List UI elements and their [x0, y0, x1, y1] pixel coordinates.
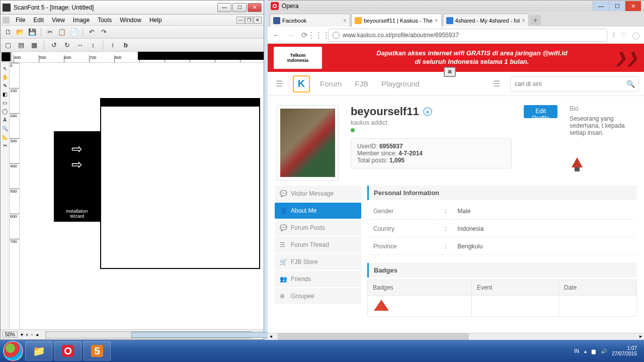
taskbar-explorer[interactable]: 📁 [25, 341, 52, 360]
new-icon[interactable]: 🗋 [4, 28, 13, 37]
personal-info-table: Gender:Male Country:Indonesia Province:B… [367, 202, 637, 256]
rotate-ccw-icon[interactable]: ↺ [49, 41, 58, 50]
scroll-left-icon[interactable]: ◂ [36, 332, 38, 337]
chevron-down-icon[interactable]: ▾ [21, 332, 23, 337]
sidemenu-groupee[interactable]: ⊕Groupee [275, 288, 361, 304]
sidemenu-forum-posts[interactable]: 💬Forum Posts [275, 220, 361, 236]
minimize-button[interactable]: — [217, 3, 231, 12]
cut-icon[interactable]: ✂ [45, 28, 54, 37]
doc-restore-button[interactable]: ❐ [245, 17, 253, 24]
tool-icon[interactable]: ▤ [17, 41, 26, 50]
bookmark-icon[interactable]: ⫴ [612, 31, 615, 39]
maximize-button[interactable]: ☐ [232, 3, 247, 12]
hand-tool-icon[interactable]: ✋ [2, 74, 8, 80]
lang-indicator[interactable]: IN [574, 348, 579, 354]
tab-4shared[interactable]: 4shared - My 4shared - fol × [443, 14, 529, 27]
eraser-tool-icon[interactable]: ◧ [3, 92, 7, 97]
pen-tool-icon[interactable]: ✎ [3, 83, 7, 88]
search-input[interactable] [510, 76, 639, 92]
view-icon[interactable]: ▫ [31, 332, 33, 337]
close-button[interactable]: ✕ [248, 3, 262, 12]
bold-icon[interactable]: b [121, 41, 130, 50]
scroll-right-icon[interactable]: ▸ [639, 333, 642, 339]
sidemenu-visitor-message[interactable]: 💬Visitor Message [275, 186, 361, 202]
tool-icon[interactable]: ▦ [30, 41, 39, 50]
italic-icon[interactable]: i [108, 41, 117, 50]
flag-icon[interactable]: ▆ [592, 348, 596, 354]
maximize-button[interactable]: ☐ [609, 1, 625, 11]
tool-icon[interactable]: ▢ [4, 41, 13, 50]
ad-banner[interactable]: Telkom Indonesia Dapatkan akses internet… [268, 44, 644, 72]
scanfont-titlebar[interactable]: ScanFont 5 - [Image: Untitled] — ☐ ✕ [1, 1, 264, 15]
user-icon[interactable]: ◯ [632, 31, 640, 39]
tray-chevron-icon[interactable]: ▴ [584, 348, 587, 354]
menu-view[interactable]: View [48, 16, 69, 25]
scroll-left-icon[interactable]: ◂ [270, 333, 272, 339]
close-tab-icon[interactable]: × [343, 17, 347, 24]
edit-profile-button[interactable]: Edit Profile [524, 105, 557, 118]
close-tab-icon[interactable]: × [435, 17, 438, 24]
back-button[interactable]: ← [272, 31, 281, 40]
pointer-tool-icon[interactable]: ↖ [3, 66, 7, 71]
tab-kaskus[interactable]: beyourself11 | Kaskus - The × [351, 14, 442, 27]
new-tab-button[interactable]: + [530, 15, 541, 25]
tab-facebook[interactable]: Facebook × [270, 14, 350, 27]
horizontal-scrollbar[interactable]: ◂ ▸ [268, 333, 644, 340]
copy-icon[interactable]: 📋 [57, 28, 66, 37]
close-button[interactable]: ✕ [625, 1, 641, 11]
open-icon[interactable]: 📂 [16, 28, 25, 37]
close-tab-icon[interactable]: × [522, 17, 525, 24]
heart-icon[interactable]: ♡ [620, 31, 627, 39]
taskbar-app[interactable]: 5 [84, 341, 111, 360]
start-button[interactable] [3, 341, 23, 361]
opera-titlebar[interactable]: O Opera — ☐ ✕ [268, 1, 644, 12]
menu-icon[interactable]: ☰ [490, 77, 503, 90]
ellipse-tool-icon[interactable]: ◯ [2, 109, 8, 114]
menu-edit[interactable]: Edit [29, 16, 48, 25]
col-date: Date [558, 280, 636, 296]
rotate-cw-icon[interactable]: ↻ [62, 41, 71, 50]
rect-tool-icon[interactable]: ▭ [3, 100, 7, 106]
nav-forum[interactable]: Forum [317, 77, 345, 90]
toolbar-secondary: ▢ ▤ ▦ ↺ ↻ ↔ ↕ i b [1, 39, 264, 52]
search-icon[interactable]: 🔍 [626, 80, 635, 88]
url-input[interactable]: www.kaskus.co.id/profile/aboutme/6955937 [328, 29, 607, 42]
sidemenu-fjb-store[interactable]: 🛒FJB Store [275, 254, 361, 270]
sidemenu-forum-thread[interactable]: ☰Forum Thread [275, 237, 361, 253]
menu-icon[interactable]: ☰ [273, 77, 286, 90]
taskbar-opera[interactable]: O [54, 341, 82, 360]
text-tool-icon[interactable]: A [3, 117, 7, 123]
sidemenu-friends[interactable]: 👥Friends [275, 271, 361, 287]
doc-close-button[interactable]: ✕ [254, 17, 262, 24]
save-icon[interactable]: 💾 [28, 28, 37, 37]
volume-icon[interactable]: 🔊 [601, 348, 607, 354]
sidemenu-about-me[interactable]: 👤About Me [275, 203, 361, 219]
close-ad-button[interactable]: ✖ [444, 67, 456, 77]
menu-help[interactable]: Help [145, 16, 166, 25]
clock[interactable]: 1:07 27/07/2015 [612, 345, 637, 356]
color-swatch[interactable] [1, 52, 12, 62]
nav-playground[interactable]: Playground [378, 77, 423, 90]
menu-window[interactable]: Window [116, 16, 145, 25]
menu-tools[interactable]: Tools [94, 16, 116, 25]
horizontal-scrollbar[interactable] [45, 331, 252, 338]
nav-fjb[interactable]: FJB [352, 77, 371, 90]
kaskus-logo[interactable]: K [293, 75, 310, 93]
flip-icon[interactable]: ↕ [89, 41, 98, 50]
flip-icon[interactable]: ↔ [75, 41, 85, 50]
canvas[interactable]: ⇨⇨ Installation Wizard [20, 63, 264, 329]
view-icon[interactable]: ▪ [26, 332, 28, 337]
zoom-tool-icon[interactable]: 🔍 [2, 126, 8, 131]
doc-minimize-button[interactable]: — [236, 17, 245, 24]
forward-button[interactable]: → [286, 31, 295, 40]
redo-icon[interactable]: ↷ [99, 28, 108, 37]
minimize-button[interactable]: — [593, 1, 609, 11]
crop-tool-icon[interactable]: ✂ [3, 143, 7, 148]
speed-dial-icon[interactable]: ⋮⋮⋮ [314, 31, 323, 40]
menu-image[interactable]: Image [69, 16, 94, 25]
undo-icon[interactable]: ↶ [87, 28, 96, 37]
zoom-level[interactable]: 50% [3, 331, 18, 338]
measure-tool-icon[interactable]: 📐 [2, 134, 8, 140]
paste-icon[interactable]: 📄 [69, 28, 78, 37]
menu-file[interactable]: File [12, 16, 29, 25]
